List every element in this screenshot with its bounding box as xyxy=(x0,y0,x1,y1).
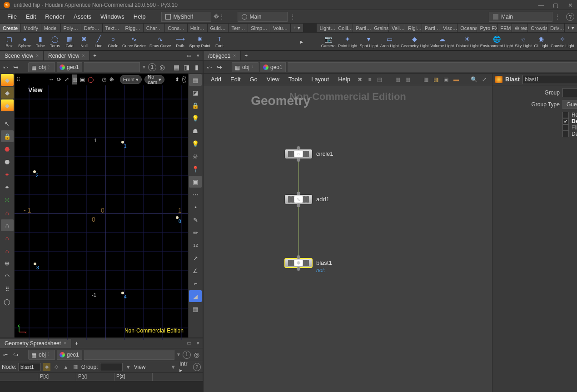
box-icon[interactable]: ▬ xyxy=(452,75,461,84)
shelf-tab[interactable]: Volu… xyxy=(270,24,291,32)
shelf-tool-sky-light[interactable]: ☼Sky Light xyxy=(514,33,533,50)
tab-network[interactable]: /obj/geo1× xyxy=(204,51,241,60)
tool-c-icon[interactable]: ✦ xyxy=(1,169,14,180)
shelf-tab[interactable]: Rigi… xyxy=(405,24,422,32)
shelf-tab[interactable]: Simp… xyxy=(248,24,270,32)
tab-render-view[interactable]: Render View× xyxy=(44,51,90,60)
path-leaf[interactable]: geo1 xyxy=(260,62,286,72)
path-root[interactable]: ▦obj〉 xyxy=(28,350,55,360)
angle-icon[interactable]: ∠ xyxy=(189,265,202,277)
circle-icon[interactable]: ◯ xyxy=(1,296,14,308)
path-leaf[interactable]: geo1 xyxy=(57,62,82,72)
arrow-icon[interactable]: ↗ xyxy=(189,252,202,264)
shelf-tool-torus[interactable]: ◯Torus xyxy=(48,33,62,50)
shelf-tool-null[interactable]: ✖Null xyxy=(77,33,91,50)
viewport-3d[interactable]: ⠿ ↔ ⟳ ⤢ ▦ ▣ ◯ ◷ ❋ Front▾ No cam▾ ⬍ ? xyxy=(15,74,188,337)
link-icon[interactable]: ◎ xyxy=(158,63,166,71)
tool-a-icon[interactable]: ⬣ xyxy=(1,143,14,155)
shelf-tool-tube[interactable]: ▮Tube xyxy=(33,33,48,50)
arrow-cursor-icon[interactable]: ↖ xyxy=(1,118,14,129)
shelf-selector-mid[interactable]: Main xyxy=(238,12,288,22)
shelf-handle-icon[interactable]: ⋮ xyxy=(288,14,298,20)
net-menu-add[interactable]: Add xyxy=(206,74,226,84)
pin-count[interactable]: 1 xyxy=(183,351,191,359)
tab-scene-view[interactable]: Scene View× xyxy=(0,51,44,60)
gear-tool-icon[interactable]: ❋ xyxy=(1,258,14,269)
col-pz[interactable]: P[z] xyxy=(114,373,153,381)
shade-wire-icon[interactable]: ▦ xyxy=(189,74,202,86)
vp-scale-icon[interactable]: ⤢ xyxy=(65,74,70,84)
menu-assets[interactable]: Assets xyxy=(69,11,96,22)
tool-d-icon[interactable]: ✦ xyxy=(1,181,14,193)
nav-back-icon[interactable]: ⤺ xyxy=(2,63,10,71)
blue-icon[interactable]: ◢ xyxy=(189,290,202,302)
grid2-icon[interactable]: ▦ xyxy=(403,75,413,84)
pane-max-icon[interactable]: ▾ xyxy=(194,340,202,347)
net-menu-go[interactable]: Go xyxy=(245,74,262,84)
path-root[interactable]: ▦obj〉 xyxy=(28,62,55,72)
close-button[interactable]: ✕ xyxy=(567,2,573,8)
expand-icon[interactable]: ⤢ xyxy=(480,75,489,84)
viewport-nocam-drop[interactable]: No cam▾ xyxy=(144,75,164,84)
shelf-tool-path[interactable]: ⟶Path xyxy=(173,33,188,50)
shelf-tab[interactable]: Light… xyxy=(317,24,335,32)
pane-max-icon[interactable]: ▾ xyxy=(194,52,202,60)
shelf-tab[interactable]: Driv… xyxy=(547,24,564,32)
num12-icon[interactable]: 12 xyxy=(189,239,202,251)
vp-gear-icon[interactable]: ❋ xyxy=(109,74,114,84)
shelf-tool-environment-light[interactable]: 🌐Environment Light xyxy=(480,33,514,50)
skull-icon[interactable]: ☠ xyxy=(189,150,202,162)
menu-edit[interactable]: Edit xyxy=(21,11,40,22)
vp-clock-icon[interactable]: ◷ xyxy=(102,74,107,84)
shelf-tool-grid[interactable]: ▦Grid xyxy=(62,33,77,50)
frame-icon[interactable]: ▣ xyxy=(189,176,202,188)
shelf-tab[interactable]: Rigg… xyxy=(122,24,143,32)
shelf-tab[interactable]: Create xyxy=(0,24,21,32)
net-menu-edit[interactable]: Edit xyxy=(226,74,245,84)
shelf-tab[interactable]: Guid… xyxy=(208,24,229,32)
net-menu-view[interactable]: View xyxy=(262,74,284,84)
shelf-tab[interactable]: Text… xyxy=(103,24,123,32)
param-group-input[interactable] xyxy=(562,88,577,97)
nav-fwd-icon[interactable]: ↪ xyxy=(12,63,20,71)
bulb-icon[interactable]: 💡 xyxy=(189,138,202,149)
palette-icon[interactable]: ▥ xyxy=(422,75,431,84)
shelf-add-tab-r[interactable]: + ▾ xyxy=(565,24,577,32)
shelf-selector-left[interactable]: MyShelf xyxy=(161,12,211,22)
minimize-button[interactable]: — xyxy=(538,2,544,8)
node-add1[interactable]: ∿add1 xyxy=(284,194,313,204)
ghost-icon[interactable]: ☗ xyxy=(189,125,202,137)
path-root[interactable]: ▦obj〉 xyxy=(232,62,259,72)
vp-move-icon[interactable]: ↔ xyxy=(49,74,54,84)
light-icon[interactable]: 💡 xyxy=(189,112,202,124)
ss-vert-icon[interactable]: ◇ xyxy=(52,363,60,371)
select-obj-icon[interactable]: ◆ xyxy=(1,74,14,86)
shelf-tool-line[interactable]: ╱Line xyxy=(91,33,106,50)
shelf-tool-spray-paint[interactable]: ✸Spray Paint xyxy=(188,33,213,50)
node-name-input[interactable] xyxy=(522,75,577,84)
menu-file[interactable]: File xyxy=(3,11,21,22)
shelf-tool-font[interactable]: TFont xyxy=(212,33,227,50)
path-input[interactable] xyxy=(288,62,577,72)
shelf-tool-distant-light[interactable]: ☀Distant Light xyxy=(455,33,479,50)
ss-det-icon[interactable]: ▦ xyxy=(72,363,80,371)
corner-icon[interactable]: ⌐ xyxy=(189,278,202,289)
path-leaf[interactable]: geo1 xyxy=(57,350,82,360)
scroll-handle-icon[interactable]: ⋯ xyxy=(189,189,202,200)
shelf-handle-icon[interactable]: �⋮ xyxy=(211,14,227,20)
add-pane-tab[interactable]: + xyxy=(90,51,100,60)
viewport-camera-drop[interactable]: Front▾ xyxy=(120,75,142,84)
disp-opt3-icon[interactable]: ▮ xyxy=(193,63,201,71)
nav-fwd-icon[interactable]: ↪ xyxy=(215,63,224,71)
spreadsheet-table[interactable]: P[x] P[y] P[z] xyxy=(0,373,203,392)
vp-eye-icon[interactable]: ▣ xyxy=(80,74,85,84)
path-input[interactable] xyxy=(84,350,174,360)
view-drop[interactable]: View xyxy=(134,364,169,370)
shelf-tool-spot-light[interactable]: ▾Spot Light xyxy=(358,33,379,50)
snap-grid-icon[interactable]: ⠿ xyxy=(16,76,20,83)
vp-layout-icon[interactable]: ⬍ xyxy=(174,74,179,84)
search-icon[interactable]: 🔍 xyxy=(470,75,479,84)
shelf-tool-circle[interactable]: ○Circle xyxy=(106,33,120,50)
nav-back-icon[interactable]: ⤺ xyxy=(205,63,214,71)
checker-icon[interactable]: ▦ xyxy=(189,303,202,315)
